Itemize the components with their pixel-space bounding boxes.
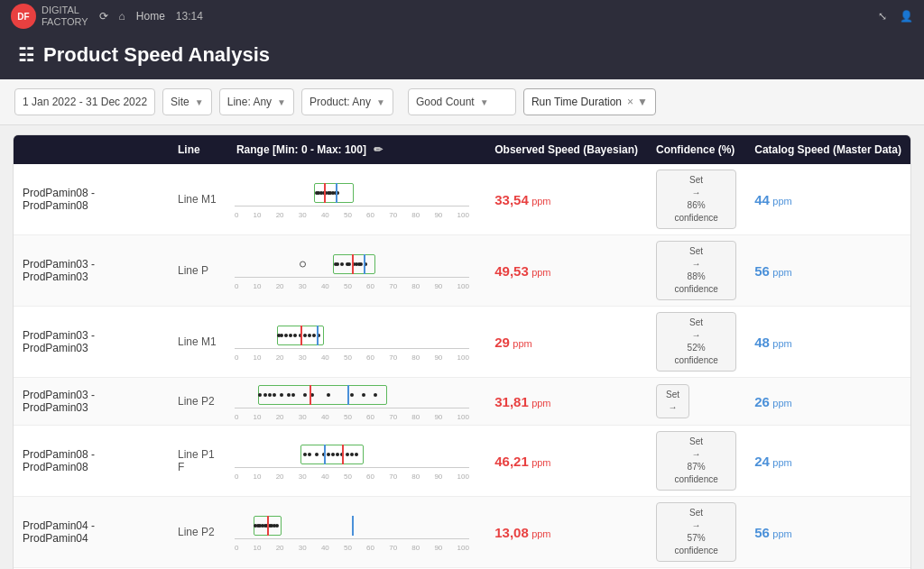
- page-title-icon: ☷: [18, 44, 34, 66]
- cell-chart: 0102030405060708090100: [227, 164, 485, 235]
- confidence-button[interactable]: Set → 88% confidence: [656, 241, 736, 300]
- table-header-row: Line Range [Min: 0 - Max: 100] ✏ Observe…: [14, 135, 910, 164]
- run-time-close-icon[interactable]: ×: [627, 96, 633, 108]
- cell-confidence[interactable]: Set → 86% confidence: [647, 164, 745, 235]
- nav-time: 13:14: [176, 10, 203, 23]
- data-table: Line Range [Min: 0 - Max: 100] ✏ Observe…: [14, 135, 910, 569]
- confidence-button[interactable]: Set → 87% confidence: [656, 431, 736, 491]
- catalog-speed-unit: ppm: [772, 196, 791, 206]
- filter-bar: 1 Jan 2022 - 31 Dec 2022 Site ▼ Line: An…: [0, 79, 924, 125]
- table-row: ProdPamin03 - ProdPamin03Line P201020304…: [14, 378, 910, 426]
- catalog-speed-unit: ppm: [772, 528, 791, 539]
- run-time-dropdown-icon[interactable]: ▼: [637, 96, 648, 108]
- cell-product: ProdPamin08 - ProdPamin08: [14, 426, 169, 497]
- cell-confidence[interactable]: Set →: [647, 378, 745, 426]
- catalog-speed-unit: ppm: [772, 267, 791, 278]
- cell-product: ProdPamin08 - ProdPamin08: [14, 164, 169, 235]
- cell-catalog-speed: 26 ppm: [745, 378, 910, 426]
- site-filter[interactable]: Site ▼: [162, 88, 212, 115]
- cell-catalog-speed: 56 ppm: [745, 497, 910, 568]
- run-time-tag[interactable]: Run Time Duration × ▼: [523, 88, 656, 115]
- table-row: ProdPamin03 - ProdPamin03Line P010203040…: [14, 235, 910, 307]
- header-catalog: Catalog Speed (Master Data): [745, 135, 910, 164]
- observed-speed-unit: ppm: [531, 528, 550, 539]
- date-range-value: 1 Jan 2022 - 31 Dec 2022: [23, 96, 147, 108]
- site-label: Site: [171, 96, 189, 108]
- logo-text: DIGITALFACTORY: [42, 5, 88, 28]
- table-row: ProdPamin04 - ProdPamin04Line P201020304…: [14, 497, 910, 568]
- metric-label: Good Count: [416, 96, 475, 108]
- date-range-filter[interactable]: 1 Jan 2022 - 31 Dec 2022: [14, 88, 155, 115]
- run-time-label: Run Time Duration: [531, 96, 622, 108]
- cell-confidence[interactable]: Set → 52% confidence: [647, 307, 745, 378]
- table-row: ProdPamin03 - ProdPamin03Line M101020304…: [14, 307, 910, 378]
- confidence-button[interactable]: Set → 57% confidence: [656, 502, 736, 562]
- confidence-button[interactable]: Set → 86% confidence: [656, 170, 736, 229]
- edit-icon[interactable]: ✏: [374, 143, 383, 156]
- header-observed: Observed Speed (Bayesian): [485, 135, 647, 164]
- cell-confidence[interactable]: Set → 88% confidence: [647, 235, 745, 307]
- cell-confidence[interactable]: Set → 57% confidence: [647, 497, 745, 568]
- logo-area: DF DIGITALFACTORY: [11, 4, 88, 29]
- product-chevron-icon: ▼: [376, 97, 385, 107]
- logo-icon: DF: [11, 4, 36, 29]
- cell-observed-speed: 49,53 ppm: [485, 235, 647, 307]
- data-table-container: Line Range [Min: 0 - Max: 100] ✏ Observe…: [13, 134, 911, 569]
- header-range: Range [Min: 0 - Max: 100] ✏: [227, 135, 485, 164]
- nav-home-label[interactable]: Home: [136, 10, 165, 23]
- catalog-speed-value: 56: [754, 263, 770, 279]
- confidence-button[interactable]: Set → 52% confidence: [656, 312, 736, 372]
- cell-observed-speed: 33,54 ppm: [485, 164, 647, 235]
- observed-speed-unit: ppm: [513, 338, 531, 349]
- cell-catalog-speed: 24 ppm: [745, 426, 910, 497]
- cell-line: Line M1: [169, 164, 227, 235]
- cell-line: Line M1: [169, 307, 227, 378]
- catalog-speed-unit: ppm: [772, 338, 791, 349]
- confidence-button[interactable]: Set →: [656, 384, 689, 418]
- header-line: Line: [169, 135, 227, 164]
- observed-speed-unit: ppm: [531, 457, 550, 468]
- cell-catalog-speed: 44 ppm: [745, 164, 910, 235]
- home-icon[interactable]: ⌂: [119, 10, 125, 23]
- catalog-speed-value: 56: [754, 525, 770, 540]
- line-filter[interactable]: Line: Any ▼: [219, 88, 294, 115]
- table-row: ProdPamin08 - ProdPamin08Line P1 F010203…: [14, 426, 910, 497]
- page-title-container: ☷ Product Speed Analysis: [18, 43, 906, 67]
- page-wrapper: ☷ Product Speed Analysis 1 Jan 2022 - 31…: [0, 32, 924, 569]
- top-bar-actions: ⤡ 👤: [878, 10, 913, 23]
- cell-line: Line P2: [169, 497, 227, 568]
- cell-line: Line P2: [169, 378, 227, 426]
- observed-speed-unit: ppm: [531, 196, 550, 206]
- observed-speed-value: 46,21: [494, 454, 529, 469]
- header-product: [14, 135, 169, 164]
- refresh-icon[interactable]: ⟳: [99, 10, 108, 23]
- observed-speed-value: 49,53: [494, 263, 529, 279]
- cell-product: ProdPamin03 - ProdPamin03: [14, 235, 169, 307]
- cell-catalog-speed: 48 ppm: [745, 307, 910, 378]
- cell-observed-speed: 31,81 ppm: [485, 378, 647, 426]
- cell-catalog-speed: 56 ppm: [745, 235, 910, 307]
- product-filter[interactable]: Product: Any ▼: [301, 88, 393, 115]
- cell-chart: 0102030405060708090100: [227, 378, 485, 426]
- cell-chart: 0102030405060708090100: [227, 307, 485, 378]
- cell-observed-speed: 13,08 ppm: [485, 497, 647, 568]
- catalog-speed-value: 48: [754, 335, 770, 350]
- observed-speed-value: 31,81: [494, 394, 529, 409]
- fullscreen-icon[interactable]: ⤡: [878, 10, 887, 23]
- cell-line: Line P1 F: [169, 426, 227, 497]
- cell-product: ProdPamin03 - ProdPamin03: [14, 378, 169, 426]
- cell-product: ProdPamin03 - ProdPamin03: [14, 307, 169, 378]
- catalog-speed-value: 24: [754, 454, 770, 469]
- line-chevron-icon: ▼: [277, 97, 286, 107]
- metric-chevron-icon: ▼: [480, 97, 489, 107]
- catalog-speed-unit: ppm: [772, 398, 791, 408]
- observed-speed-value: 13,08: [494, 525, 529, 540]
- observed-speed-unit: ppm: [531, 398, 550, 408]
- cell-line: Line P: [169, 235, 227, 307]
- catalog-speed-unit: ppm: [772, 457, 791, 468]
- metric-filter[interactable]: Good Count ▼: [408, 88, 516, 115]
- cell-chart: 0102030405060708090100: [227, 426, 485, 497]
- user-icon[interactable]: 👤: [900, 10, 913, 23]
- range-label: Range [Min: 0 - Max: 100]: [236, 143, 366, 156]
- cell-confidence[interactable]: Set → 87% confidence: [647, 426, 745, 497]
